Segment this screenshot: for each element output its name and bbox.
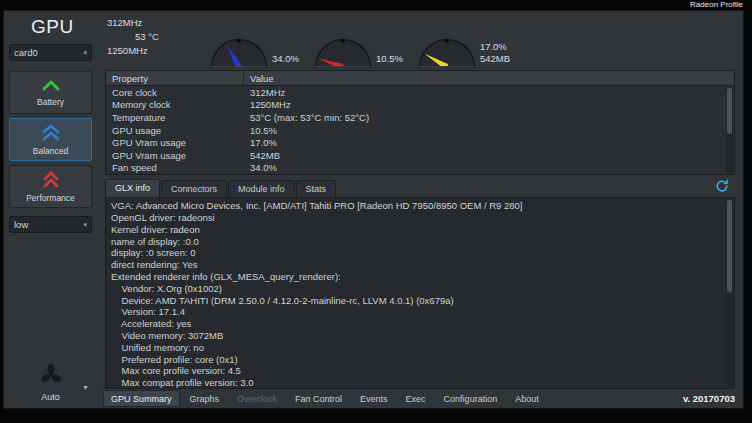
- table-row[interactable]: Core clock312MHz: [106, 86, 734, 99]
- bottom-tab-graphs[interactable]: Graphs: [182, 390, 228, 407]
- info-tabs: GLX infoConnectorsModule infoStats: [105, 179, 337, 197]
- scrollbar-thumb[interactable]: [727, 200, 732, 292]
- property-cell: Core clock: [106, 87, 244, 98]
- value-cell: 1250MHz: [244, 99, 291, 110]
- table-header-row[interactable]: Property Value: [106, 71, 734, 86]
- info-tab-connectors[interactable]: Connectors: [161, 180, 227, 197]
- value-cell: 10.5%: [244, 125, 277, 136]
- gauge-subvalue: 542MB: [480, 53, 510, 65]
- fan-auto-button[interactable]: Auto ▼: [9, 350, 92, 404]
- gauge-value: 34.0%: [272, 53, 299, 65]
- double-chevron-up-icon: [41, 124, 61, 145]
- power-level-select[interactable]: low ▾: [9, 216, 92, 233]
- memory-clock-readout: 1250MHz: [107, 44, 211, 58]
- refresh-icon: [715, 179, 729, 196]
- window-title: Radeon Profile: [690, 0, 743, 10]
- power-level-value: low: [14, 219, 28, 230]
- fan-mode-label: Auto: [41, 392, 60, 402]
- battery-icon: [41, 78, 61, 96]
- glx-info-line: Vendor: X.Org (0x1002): [111, 283, 722, 295]
- glx-info-line: Max core profile version: 4.5: [111, 365, 722, 377]
- gauge-needle: [223, 42, 243, 67]
- glx-info-line: Kernel driver: radeon: [111, 224, 722, 236]
- performance-icon: [41, 171, 61, 192]
- desktop: Radeon Profile GPU card0 ▾ Battery: [0, 0, 752, 423]
- glx-info-line: Version: 17.1.4: [111, 306, 722, 318]
- profile-label: Performance: [26, 193, 75, 203]
- info-tab-module-info[interactable]: Module info: [228, 180, 295, 197]
- battery-profile-button[interactable]: Battery: [9, 71, 92, 114]
- value-cell: 34.0%: [244, 162, 277, 173]
- performance-profile-button[interactable]: Performance: [9, 165, 92, 208]
- glx-info-line: Accelerated: yes: [111, 318, 722, 330]
- glx-info-line: OpenGL driver: radeonsi: [111, 212, 722, 224]
- value-cell: 312MHz: [244, 87, 285, 98]
- gauge-value: 10.5%: [376, 53, 403, 65]
- bottom-tab-bar: GPU SummaryGraphsOverclockFan ControlEve…: [97, 389, 743, 408]
- bottom-tab-exec[interactable]: Exec: [398, 390, 434, 407]
- gauges: 34.0% 10.5%: [211, 18, 510, 67]
- gauge-needle: [317, 55, 344, 67]
- card-select-value: card0: [14, 47, 38, 58]
- bottom-tab-overclock: Overclock: [229, 390, 285, 407]
- property-cell: Memory clock: [106, 99, 244, 110]
- radeon-profile-window: GPU card0 ▾ Battery Balanced: [3, 10, 744, 409]
- glx-info-line: display: :0 screen: 0: [111, 247, 722, 259]
- scrollbar-thumb[interactable]: [727, 88, 732, 134]
- column-header-value[interactable]: Value: [244, 73, 274, 84]
- refresh-button[interactable]: [711, 179, 733, 196]
- glx-info-text: VGA: Advanced Micro Devices, Inc. [AMD/A…: [111, 200, 722, 389]
- glx-scrollbar[interactable]: [726, 199, 733, 387]
- glx-info-line: Max compat profile version: 3.0: [111, 377, 722, 389]
- bottom-tab-configuration[interactable]: Configuration: [436, 390, 506, 407]
- chevron-down-icon: ▼: [82, 384, 89, 391]
- property-cell: GPU Vram usage: [106, 137, 244, 148]
- table-row[interactable]: Temperature53°C (max: 53°C min: 52°C): [106, 111, 734, 124]
- property-cell: GPU usage: [106, 125, 244, 136]
- bottom-tabs: GPU SummaryGraphsOverclockFan ControlEve…: [103, 390, 547, 407]
- gauge: [315, 39, 371, 67]
- property-table-rows: Core clock312MHzMemory clock1250MHzTempe…: [106, 86, 734, 174]
- column-header-property[interactable]: Property: [106, 71, 244, 85]
- table-row[interactable]: Fan speed34.0%: [106, 162, 734, 175]
- property-cell: GPU Vram usage: [106, 150, 244, 161]
- gpu-usage-gauge-block: 10.5%: [315, 18, 403, 67]
- glx-info-line: Unified memory: no: [111, 342, 722, 354]
- temperature-readout: 53 °C: [135, 30, 211, 44]
- table-row[interactable]: GPU Vram usage542MB: [106, 149, 734, 162]
- table-row[interactable]: GPU usage10.5%: [106, 124, 734, 137]
- bottom-tab-about[interactable]: About: [507, 390, 547, 407]
- glx-info-line: VGA: Advanced Micro Devices, Inc. [AMD/A…: [111, 200, 722, 212]
- titlebar: Radeon Profile: [0, 0, 752, 10]
- info-tab-glx-info[interactable]: GLX info: [105, 179, 160, 197]
- info-tabs-row: GLX infoConnectorsModule infoStats: [97, 177, 743, 197]
- property-cell: Fan speed: [106, 162, 244, 173]
- glx-info-line: Device: AMD TAHITI (DRM 2.50.0 / 4.12.0-…: [111, 295, 722, 307]
- bottom-tab-events[interactable]: Events: [352, 390, 396, 407]
- gauge-value: 17.0%: [480, 41, 510, 53]
- glx-info-line: direct rendering: Yes: [111, 259, 722, 271]
- core-clock-readout: 312MHz: [107, 16, 211, 30]
- value-cell: 53°C (max: 53°C min: 52°C): [244, 112, 369, 123]
- balanced-profile-button[interactable]: Balanced: [9, 118, 92, 161]
- version-label: v. 20170703: [683, 393, 735, 404]
- bottom-tab-gpu-summary[interactable]: GPU Summary: [103, 390, 180, 407]
- summary-section: 312MHz 53 °C 1250MHz 34.0%: [97, 11, 743, 67]
- property-cell: Temperature: [106, 112, 244, 123]
- vram-usage-gauge-block: 17.0% 542MB: [419, 18, 510, 67]
- glx-info-pane: VGA: Advanced Micro Devices, Inc. [AMD/A…: [105, 197, 735, 389]
- gauge: [211, 39, 267, 67]
- main-panel: 312MHz 53 °C 1250MHz 34.0%: [97, 11, 743, 408]
- bottom-tab-fan-control[interactable]: Fan Control: [287, 390, 350, 407]
- table-scrollbar[interactable]: [726, 87, 733, 173]
- info-tab-stats[interactable]: Stats: [296, 180, 337, 197]
- dpm-profile-buttons: Battery Balanced Performance: [9, 71, 92, 208]
- chevron-down-icon: ▾: [83, 221, 87, 229]
- clock-readouts: 312MHz 53 °C 1250MHz: [107, 16, 211, 67]
- card-select[interactable]: card0 ▾: [9, 44, 92, 61]
- profile-label: Battery: [37, 97, 64, 107]
- table-row[interactable]: GPU Vram usage17.0%: [106, 136, 734, 149]
- table-row[interactable]: Memory clock1250MHz: [106, 99, 734, 112]
- fan-icon: [39, 363, 63, 391]
- property-table: Property Value Core clock312MHzMemory cl…: [105, 70, 735, 175]
